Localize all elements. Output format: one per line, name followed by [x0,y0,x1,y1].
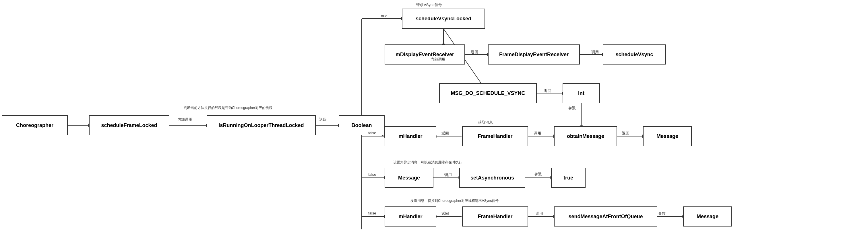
box-frameHandler2: FrameHandler [462,206,528,226]
label-fanhui5: 返回 [622,131,629,136]
box-choreographer: Choreographer [2,115,68,135]
box-frameDisplayEventReceiver: FrameDisplayEventReceiver [488,44,580,65]
label-fanhui6: 返回 [441,211,449,216]
box-mHandler1: mHandler [384,126,436,146]
label-fanhui3: 返回 [544,88,551,94]
box-sendMessageAtFrontOfQueue: sendMessageAtFrontOfQueue [554,206,657,226]
label-diaoyong1: 调用 [591,49,599,55]
diagram-container: Choreographer scheduleFrameLocked isRunn… [0,0,868,244]
box-scheduleFrameLocked: scheduleFrameLocked [89,115,169,135]
label-neibuzhaoyong1: 内部调用 [177,117,192,122]
label-diaoyong4: 调用 [536,211,543,216]
label-canshu2: 参数 [534,171,542,177]
label-true1: true [381,14,387,18]
box-msgDoScheduleVsync: MSG_DO_SCHEDULE_VSYNC [439,83,537,103]
box-scheduleVsync: scheduleVsync [603,44,666,65]
box-message3: Message [683,206,732,226]
label-qingqiu-vsync: 请求VSync信号 [416,2,442,7]
label-panjuan: 判断当前方法执行的线程是否为Choreographer对应的线程 [184,106,272,110]
label-diaoyong3: 调用 [444,172,452,177]
box-scheduleVsyncLocked: scheduleVsyncLocked [402,9,485,29]
label-false3: false [368,211,376,215]
label-diaoyong2: 调用 [534,131,541,136]
box-obtainMessage: obtainMessage [554,126,617,146]
label-false2: false [368,172,376,177]
label-neibuzhaoyong2: 内部调用 [431,57,445,62]
box-true: true [551,168,586,188]
box-setAsynchronous: setAsynchronous [459,168,525,188]
label-huoquxiaoxi: 获取消息 [478,120,493,125]
label-shewei: 设置为异步消息，可以在消息屏障存在时执行 [393,160,462,165]
box-isRunningOnLooperThreadLocked: isRunningOnLooperThreadLocked [207,115,316,135]
label-canshu1: 参数 [568,106,576,111]
box-mDisplayEventReceiver: mDisplayEventReceiver [384,44,465,65]
box-message2: Message [384,168,433,188]
box-int: Int [563,83,600,103]
label-fasong: 发送消息，切换到Choreographer对应线程请求VSync信号 [410,199,499,203]
box-mHandler2: mHandler [384,206,436,226]
box-boolean: Boolean [339,115,384,135]
box-message1: Message [643,126,692,146]
label-fanhui1: 返回 [319,117,327,122]
label-fanhui2: 返回 [471,49,478,55]
box-frameHandler1: FrameHandler [462,126,528,146]
label-canshu3: 参数 [658,211,665,216]
label-false1: false [368,131,376,135]
label-fanhui4: 返回 [441,131,449,136]
